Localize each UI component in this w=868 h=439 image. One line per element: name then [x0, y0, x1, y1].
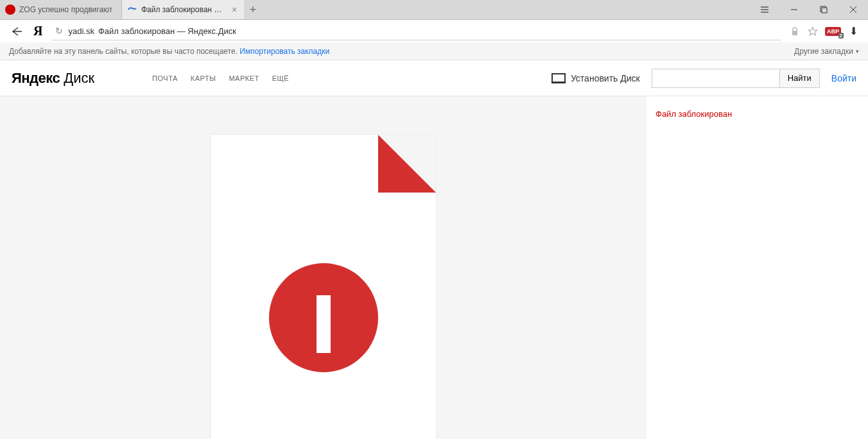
import-bookmarks-link[interactable]: Импортировать закладки	[239, 47, 329, 56]
adblock-badge: 2	[838, 33, 844, 39]
bookmark-star-icon[interactable]	[807, 26, 819, 37]
browser-tab-inactive[interactable]: ZOG успешно продвигают	[0, 0, 122, 19]
browser-tab-active[interactable]: Файл заблокирован — Я ×	[122, 0, 244, 19]
laptop-icon	[551, 73, 566, 83]
logo-yandex: Яндекс	[12, 70, 60, 87]
search-button[interactable]: Найти	[780, 69, 820, 88]
svg-rect-8	[792, 31, 797, 35]
reload-icon[interactable]: ↻	[55, 26, 63, 36]
menu-icon[interactable]	[750, 5, 779, 14]
minimize-button[interactable]	[779, 0, 809, 19]
downloads-icon[interactable]: ⬇	[847, 26, 859, 37]
login-link[interactable]: Войти	[831, 73, 856, 83]
nav-market[interactable]: МАРКЕТ	[229, 74, 259, 82]
back-button[interactable]	[4, 20, 27, 43]
favicon-icon	[5, 4, 15, 15]
tab-title: ZOG успешно продвигают	[19, 5, 116, 14]
maximize-button[interactable]	[809, 0, 838, 19]
close-button[interactable]	[838, 0, 868, 19]
content-area	[0, 96, 647, 439]
blocked-file-card	[211, 135, 436, 439]
favicon-icon	[127, 4, 137, 15]
nav-maps[interactable]: КАРТЫ	[191, 74, 216, 82]
install-label: Установить Диск	[571, 73, 640, 83]
install-disk-button[interactable]: Установить Диск	[551, 73, 640, 83]
side-panel: Файл заблокирован	[647, 96, 868, 439]
yandex-disk-logo[interactable]: Яндекс Диск	[12, 70, 94, 87]
address-host: yadi.sk	[68, 26, 94, 36]
tab-title: Файл заблокирован — Я	[141, 5, 227, 14]
address-title: Файл заблокирован — Яндекс.Диск	[98, 26, 236, 36]
other-bookmarks-button[interactable]: Другие закладки	[794, 47, 859, 56]
adblock-icon[interactable]: ABP2	[825, 27, 841, 36]
search-input[interactable]	[652, 69, 780, 88]
lock-icon[interactable]	[789, 26, 801, 37]
bookmarks-hint: Добавляйте на эту панель сайты, которые …	[9, 47, 329, 56]
other-bookmarks-label: Другие закладки	[794, 47, 853, 56]
file-fold-icon	[378, 135, 436, 193]
nav-mail[interactable]: ПОЧТА	[152, 74, 178, 82]
new-tab-button[interactable]: +	[244, 1, 262, 19]
svg-rect-5	[822, 8, 827, 13]
nav-more[interactable]: ЕЩЁ	[272, 74, 290, 82]
error-icon	[269, 263, 378, 372]
bookmarks-hint-text: Добавляйте на эту панель сайты, которые …	[9, 47, 238, 56]
blocked-message: Файл заблокирован	[655, 109, 859, 119]
yandex-logo-icon[interactable]: Я	[27, 24, 49, 39]
close-icon[interactable]: ×	[230, 5, 239, 14]
logo-disk: Диск	[64, 70, 94, 87]
address-bar[interactable]: ↻ yadi.sk Файл заблокирован — Яндекс.Дис…	[51, 22, 781, 40]
